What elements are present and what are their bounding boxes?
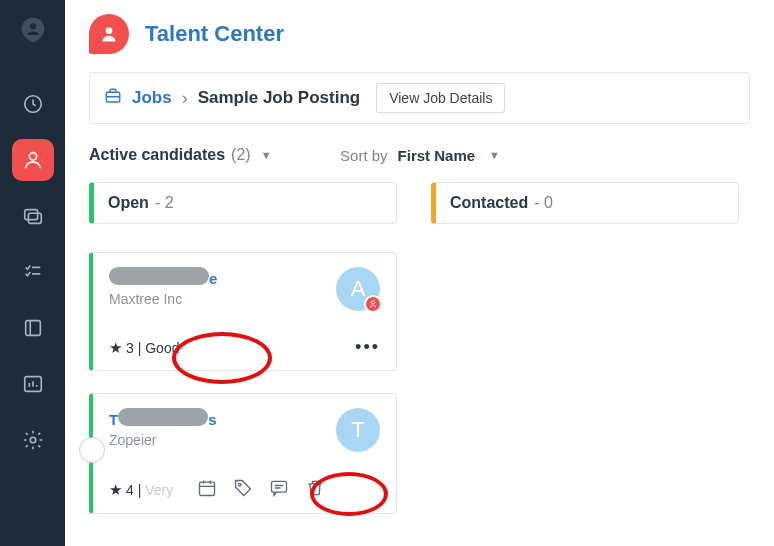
status-label: Contacted bbox=[450, 194, 528, 212]
assigned-badge-icon bbox=[364, 295, 382, 313]
svg-point-0 bbox=[29, 23, 35, 29]
rating-sep: | bbox=[134, 482, 145, 498]
svg-point-7 bbox=[30, 437, 36, 443]
name-suffix: s bbox=[208, 411, 216, 428]
svg-rect-3 bbox=[24, 210, 37, 220]
name-prefix: T bbox=[109, 411, 118, 428]
svg-rect-11 bbox=[200, 482, 215, 495]
schedule-icon[interactable] bbox=[197, 478, 217, 501]
active-candidates-dropdown[interactable]: Active candidates (2) ▼ bbox=[89, 146, 272, 164]
svg-rect-4 bbox=[28, 213, 41, 223]
comment-icon[interactable] bbox=[269, 478, 289, 501]
svg-point-2 bbox=[29, 153, 36, 160]
rating-sep: | bbox=[134, 340, 145, 356]
briefcase-icon bbox=[104, 87, 122, 109]
nav-settings[interactable] bbox=[12, 419, 54, 461]
talent-center-icon bbox=[89, 14, 129, 54]
nav-dashboard[interactable] bbox=[12, 83, 54, 125]
rating-text: Very bbox=[145, 482, 173, 498]
name-suffix: e bbox=[209, 270, 217, 287]
active-count: (2) bbox=[231, 146, 251, 164]
breadcrumb-current: Sample Job Posting bbox=[198, 88, 360, 108]
company-name: Zopeier bbox=[109, 432, 336, 448]
sort-dropdown[interactable]: Sort by First Name ▼ bbox=[340, 147, 500, 164]
tag-icon[interactable] bbox=[233, 478, 253, 501]
company-name: Maxtree Inc bbox=[109, 291, 336, 307]
svg-point-8 bbox=[106, 27, 113, 34]
card-more-menu[interactable]: ••• bbox=[355, 337, 380, 358]
star-icon: ★ bbox=[109, 481, 122, 499]
nav-messages[interactable] bbox=[12, 195, 54, 237]
nav-reports[interactable] bbox=[12, 363, 54, 405]
candidate-card[interactable]: Ts Zopeier T ★ 4 | Very bbox=[89, 393, 397, 514]
redacted-name bbox=[118, 408, 208, 426]
main-content: Talent Center Jobs › Sample Job Posting … bbox=[65, 0, 774, 546]
active-label: Active candidates bbox=[89, 146, 225, 164]
view-job-details-button[interactable]: View Job Details bbox=[376, 83, 505, 113]
delete-icon[interactable] bbox=[305, 478, 325, 501]
list-controls: Active candidates (2) ▼ Sort by First Na… bbox=[89, 146, 750, 164]
star-icon: ★ bbox=[109, 339, 122, 357]
status-count: - 2 bbox=[155, 194, 174, 212]
candidate-card[interactable]: e Maxtree Inc A ★ 3 bbox=[89, 252, 397, 371]
svg-rect-5 bbox=[25, 321, 40, 336]
nav-library[interactable] bbox=[12, 307, 54, 349]
avatar: T bbox=[336, 408, 380, 452]
nav-tasks[interactable] bbox=[12, 251, 54, 293]
column-open: Open - 2 e Maxtree Inc A bbox=[89, 182, 397, 536]
caret-down-icon: ▼ bbox=[489, 149, 500, 161]
kanban-columns: Open - 2 e Maxtree Inc A bbox=[89, 182, 750, 536]
breadcrumb-jobs-link[interactable]: Jobs bbox=[132, 88, 172, 108]
column-header-contacted[interactable]: Contacted - 0 bbox=[431, 182, 739, 224]
status-label: Open bbox=[108, 194, 149, 212]
sort-label: Sort by bbox=[340, 147, 388, 164]
status-count: - 0 bbox=[534, 194, 553, 212]
rating-value: 3 bbox=[126, 340, 134, 356]
page-header: Talent Center bbox=[65, 0, 774, 72]
caret-down-icon: ▼ bbox=[261, 149, 272, 161]
svg-rect-13 bbox=[272, 481, 287, 492]
rating-text: Good bbox=[145, 340, 179, 356]
breadcrumb: Jobs › Sample Job Posting View Job Detai… bbox=[89, 72, 750, 124]
column-header-open[interactable]: Open - 2 bbox=[89, 182, 397, 224]
left-sidebar bbox=[0, 0, 65, 546]
page-title: Talent Center bbox=[145, 21, 284, 47]
svg-point-12 bbox=[239, 483, 242, 486]
nav-candidates[interactable] bbox=[12, 139, 54, 181]
avatar: A bbox=[336, 267, 380, 311]
rating-value: 4 bbox=[126, 482, 134, 498]
sort-value: First Name bbox=[398, 147, 476, 164]
select-checkbox[interactable] bbox=[79, 437, 105, 463]
svg-point-10 bbox=[371, 301, 374, 304]
avatar-letter: T bbox=[351, 417, 364, 443]
redacted-name bbox=[109, 267, 209, 285]
breadcrumb-separator: › bbox=[182, 88, 188, 109]
app-logo-icon bbox=[15, 12, 51, 48]
column-contacted: Contacted - 0 bbox=[431, 182, 739, 536]
avatar-letter: A bbox=[351, 276, 366, 302]
